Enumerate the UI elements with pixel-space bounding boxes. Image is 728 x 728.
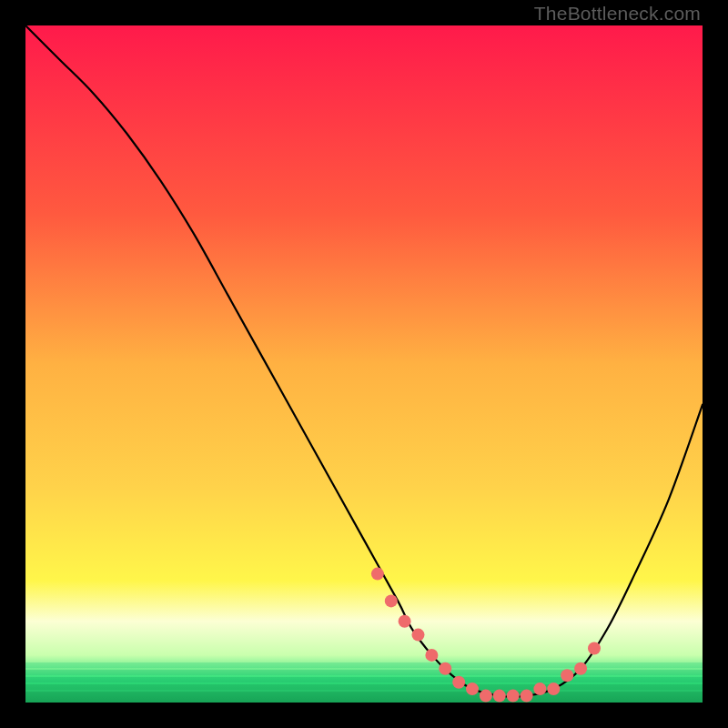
- chart-frame: TheBottleneck.com: [0, 0, 728, 728]
- marker-point: [480, 690, 492, 703]
- bottleneck-curve-svg: [25, 25, 703, 703]
- marker-point: [371, 568, 384, 581]
- marker-point: [425, 649, 438, 662]
- bottleneck-curve: [25, 25, 703, 697]
- marker-point: [439, 662, 451, 675]
- marker-point: [385, 594, 398, 607]
- marker-point: [561, 669, 573, 682]
- marker-point: [574, 662, 587, 675]
- marker-point: [507, 690, 520, 703]
- marker-point: [493, 690, 506, 703]
- marker-point: [588, 642, 601, 655]
- marker-point: [452, 676, 465, 689]
- marker-point: [466, 682, 479, 695]
- marker-point: [412, 629, 425, 642]
- marker-point: [533, 682, 546, 695]
- marker-point: [547, 682, 560, 695]
- marker-point: [399, 615, 411, 628]
- plot-area: [25, 25, 703, 703]
- marker-point: [521, 690, 533, 703]
- watermark-text: TheBottleneck.com: [534, 3, 701, 25]
